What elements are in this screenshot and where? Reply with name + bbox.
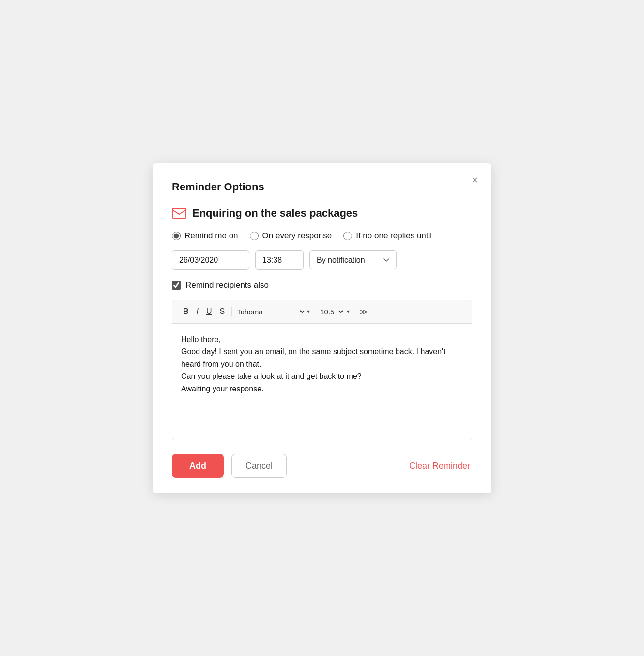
time-input[interactable] [255,250,304,270]
toolbar-divider-1 [231,307,232,316]
editor-line-4: Awaiting your response. [181,383,463,395]
radio-if-no-one-replies-label: If no one replies until [356,231,432,241]
date-input[interactable] [172,250,249,270]
italic-button[interactable]: I [193,305,202,318]
cancel-button[interactable]: Cancel [231,454,287,478]
radio-on-every-response[interactable]: On every response [250,231,332,241]
radio-remind-me-on-label: Remind me on [184,231,238,241]
more-options-button[interactable]: ≫ [356,305,372,318]
font-size-arrow: ▾ [347,308,350,315]
toolbar-divider-2 [313,307,313,316]
font-family-select[interactable]: Tahoma Arial Times New Roman [235,307,306,316]
font-size-wrapper: 10.5 8 10 12 14 ▾ [318,307,350,316]
clear-reminder-button[interactable]: Clear Reminder [407,459,472,473]
email-subject-row: Enquiring on the sales packages [172,207,472,219]
notification-select[interactable]: By notification By email [309,250,397,269]
toolbar-divider-3 [353,307,353,316]
svg-rect-0 [172,208,186,218]
close-button[interactable]: × [470,173,480,187]
editor-content[interactable]: Hello there, Good day! I sent you an ema… [172,324,472,440]
font-family-wrapper: Tahoma Arial Times New Roman ▾ [235,307,310,316]
underline-button[interactable]: U [202,305,216,318]
editor-line-1: Hello there, [181,333,463,346]
radio-remind-me-on-input[interactable] [172,232,181,240]
radio-group: Remind me on On every response If no one… [172,231,472,241]
remind-recipients-label[interactable]: Remind recipients also [185,281,269,290]
radio-if-no-one-replies-input[interactable] [343,232,352,240]
checkbox-row: Remind recipients also [172,281,472,290]
editor-line-2: Good day! I sent you an email, on the sa… [181,345,463,370]
editor-container: B I U S Tahoma Arial Times New Roman ▾ 1… [172,300,472,440]
radio-if-no-one-replies[interactable]: If no one replies until [343,231,432,241]
radio-on-every-response-input[interactable] [250,232,259,240]
font-size-select[interactable]: 10.5 8 10 12 14 [318,307,345,316]
date-time-row: By notification By email [172,250,472,270]
remind-recipients-checkbox[interactable] [172,281,181,290]
strikethrough-button[interactable]: S [216,305,229,318]
editor-toolbar: B I U S Tahoma Arial Times New Roman ▾ 1… [172,300,472,324]
reminder-dialog: × Reminder Options Enquiring on the sale… [153,163,491,493]
bold-button[interactable]: B [179,305,193,318]
add-button[interactable]: Add [172,454,224,478]
font-family-arrow: ▾ [307,308,310,315]
email-subject-text: Enquiring on the sales packages [192,207,358,219]
email-icon [172,208,186,219]
dialog-title: Reminder Options [172,181,472,193]
radio-on-every-response-label: On every response [262,231,332,241]
footer-row: Add Cancel Clear Reminder [172,454,472,478]
radio-remind-me-on[interactable]: Remind me on [172,231,238,241]
editor-line-3: Can you please take a look at it and get… [181,370,463,383]
